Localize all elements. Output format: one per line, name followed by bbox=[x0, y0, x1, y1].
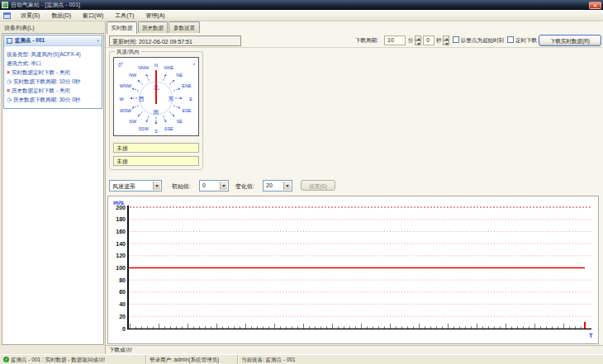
dir-s: S bbox=[154, 129, 158, 134]
tab-realtime-data[interactable]: 实时数据 bbox=[107, 21, 137, 34]
download-status-text: 下载成功! bbox=[109, 347, 132, 352]
dir-ese: ESE bbox=[182, 108, 191, 113]
dir-nne: NNE bbox=[164, 65, 173, 70]
wind-degree-readout: 0° bbox=[118, 62, 124, 68]
svg-text:100: 100 bbox=[116, 265, 126, 271]
dir-ene: ENE bbox=[182, 83, 192, 88]
dir-se: SE bbox=[177, 119, 183, 124]
device-icon bbox=[7, 38, 12, 44]
menu-settings[interactable]: 设置(S) bbox=[15, 10, 45, 21]
seconds-input[interactable]: 0 bbox=[423, 35, 434, 45]
update-time-label: 更新时间: bbox=[112, 39, 137, 45]
tab-history-data[interactable]: 历史数据 bbox=[138, 21, 168, 33]
rt-timed-download-text: 实时数据定时下载 - 关闭 bbox=[12, 68, 70, 77]
dir-e: E bbox=[189, 97, 192, 102]
dir-sw: SW bbox=[129, 119, 137, 124]
success-icon: ✓ bbox=[3, 357, 9, 362]
status-connection-text: 监测点 - 001 : 实时数据 - 数据返回成功! bbox=[11, 357, 105, 364]
download-realtime-button[interactable]: 下载实时数据(R) bbox=[539, 35, 601, 46]
collapse-icon[interactable]: ▾ bbox=[97, 38, 99, 43]
toolbar: 更新时间: 2012-06-02 09:57:51 下载周期: 10 分 0 秒… bbox=[106, 33, 603, 48]
timed-download-checkbox[interactable] bbox=[507, 36, 514, 43]
update-time-value: 2012-06-02 09:57:51 bbox=[139, 39, 192, 45]
device-list: 监测点 - 001 ▾ 设备类型: 风速风向仪(ACFX-4) 通讯方式: 串口… bbox=[2, 33, 104, 345]
chevron-down-icon[interactable] bbox=[153, 182, 160, 190]
menu-window[interactable]: 窗口(W) bbox=[77, 10, 109, 21]
chart-gridlines bbox=[130, 207, 592, 316]
hist-period-line: ◷ 历史数据下载周期: 30分 0秒 bbox=[7, 95, 101, 104]
initial-value-label: 初始值: bbox=[172, 182, 191, 191]
dir-nw: NW bbox=[129, 73, 137, 78]
close-button[interactable]: ✕ bbox=[589, 2, 601, 9]
compass-corner-mark: * bbox=[193, 63, 196, 68]
hist-timed-download-line: × 历史数据定时下载 - 关闭 bbox=[7, 86, 101, 95]
svg-text:0: 0 bbox=[122, 326, 126, 332]
svg-text:180: 180 bbox=[116, 216, 126, 222]
svg-text:160: 160 bbox=[116, 229, 126, 234]
rt-period-line: ◷ 实时数据下载周期: 10分 0秒 bbox=[7, 77, 101, 86]
svg-text:20: 20 bbox=[119, 314, 126, 319]
title-bar: 自动气象站 - [监测点 - 001] ✕ bbox=[0, 0, 603, 10]
window-title: 自动气象站 - [监测点 - 001] bbox=[11, 0, 589, 10]
dir-n: N bbox=[154, 63, 158, 68]
menu-admin[interactable]: 管理(A) bbox=[140, 10, 170, 21]
chevron-down-icon[interactable] bbox=[283, 182, 291, 190]
timed-download-label: 定时下载 bbox=[515, 37, 537, 45]
change-value-label: 变化值: bbox=[235, 182, 254, 191]
menu-data[interactable]: 数据(D) bbox=[45, 10, 77, 21]
chevron-down-icon[interactable] bbox=[220, 182, 227, 190]
dir-wnw: WNW bbox=[120, 83, 132, 88]
device-type-line: 设备类型: 风速风向仪(ACFX-4) bbox=[7, 50, 101, 59]
device-type-text: 设备类型: 风速风向仪(ACFX-4) bbox=[7, 50, 81, 59]
device-title: 监测点 - 001 bbox=[15, 37, 97, 45]
menu-bar: 设置(S) 数据(D) 窗口(W) 工具(T) 管理(A) bbox=[0, 10, 603, 21]
device-list-header: 设备列表(L) bbox=[0, 21, 105, 33]
settings-button[interactable]: 设置(S) bbox=[301, 180, 335, 191]
wind-groupbox-label: 风速/风向 bbox=[115, 49, 141, 55]
menu-tools[interactable]: 工具(T) bbox=[109, 10, 140, 21]
mdi-child-icon[interactable] bbox=[3, 12, 11, 19]
status-bar: ✓ 监测点 - 001 : 实时数据 - 数据返回成功! 登录用户: admin… bbox=[0, 354, 603, 364]
waveform-select[interactable]: 风速波形 bbox=[109, 180, 162, 191]
disabled-icon: × bbox=[7, 68, 10, 77]
wind-compass: N NNE NE ENE E ESE SE SSE S SSW SW WSW W… bbox=[113, 57, 199, 136]
minutes-input[interactable]: 10 bbox=[384, 35, 406, 45]
svg-text:60: 60 bbox=[119, 289, 126, 295]
svg-text:80: 80 bbox=[119, 277, 126, 283]
initial-value-select[interactable]: 0 bbox=[199, 180, 229, 191]
seconds-stepper[interactable] bbox=[443, 35, 449, 45]
waveform-select-value: 风速波形 bbox=[112, 183, 135, 189]
hist-timed-download-text: 历史数据定时下载 - 关闭 bbox=[12, 86, 70, 95]
dir-ne: NE bbox=[176, 73, 183, 78]
wind-groupbox: 风速/风向 bbox=[109, 51, 203, 170]
chart-plot: m/s 200 180 160 140 120 bbox=[108, 196, 598, 343]
change-value-select[interactable]: 20 bbox=[263, 180, 292, 191]
svg-text:120: 120 bbox=[116, 253, 126, 258]
svg-text:140: 140 bbox=[116, 241, 126, 247]
seconds-unit: 秒 bbox=[436, 37, 442, 45]
dir-w: W bbox=[119, 97, 124, 102]
minutes-stepper[interactable] bbox=[415, 35, 421, 45]
align-hour-label: 以整点为起始时刻 bbox=[461, 37, 504, 45]
disabled-icon: × bbox=[7, 86, 10, 95]
compass-rose: N NNE NE ENE E ESE SE SSE S SSW SW WSW W… bbox=[114, 58, 198, 135]
comm-mode-line: 通讯方式: 串口 bbox=[7, 59, 101, 68]
download-status-row: 下载成功! bbox=[106, 345, 603, 354]
hist-period-text: 历史数据下载周期: 30分 0秒 bbox=[13, 95, 80, 104]
align-hour-checkbox[interactable] bbox=[453, 36, 459, 43]
dir-sse: SSE bbox=[164, 126, 173, 131]
wind-speed-readout: 未接 bbox=[113, 143, 199, 153]
tab-parameter-settings[interactable]: 参数设置 bbox=[169, 21, 200, 33]
clock-icon: ◷ bbox=[7, 95, 12, 104]
wind-speed-chart: m/s 200 180 160 140 120 bbox=[107, 196, 599, 344]
main-panel: 实时数据 历史数据 参数设置 更新时间: 2012-06-02 09:57:51… bbox=[106, 21, 603, 354]
status-user-text: 登录用户: admin(系统管理员) bbox=[150, 357, 219, 364]
cardinal-south: 南 bbox=[154, 109, 159, 115]
y-axis-tick-labels: 200 180 160 140 120 100 80 60 40 20 0 bbox=[116, 205, 126, 332]
status-device-cell: 当前设备: 监测点 - 001 bbox=[238, 355, 603, 364]
device-panel[interactable]: 监测点 - 001 ▾ 设备类型: 风速风向仪(ACFX-4) 通讯方式: 串口… bbox=[3, 35, 102, 109]
dir-ssw: SSW bbox=[138, 126, 149, 131]
device-panel-header[interactable]: 监测点 - 001 ▾ bbox=[4, 35, 102, 46]
rt-period-text: 实时数据下载周期: 10分 0秒 bbox=[13, 77, 80, 86]
status-device-text: 当前设备: 监测点 - 001 bbox=[241, 357, 296, 364]
